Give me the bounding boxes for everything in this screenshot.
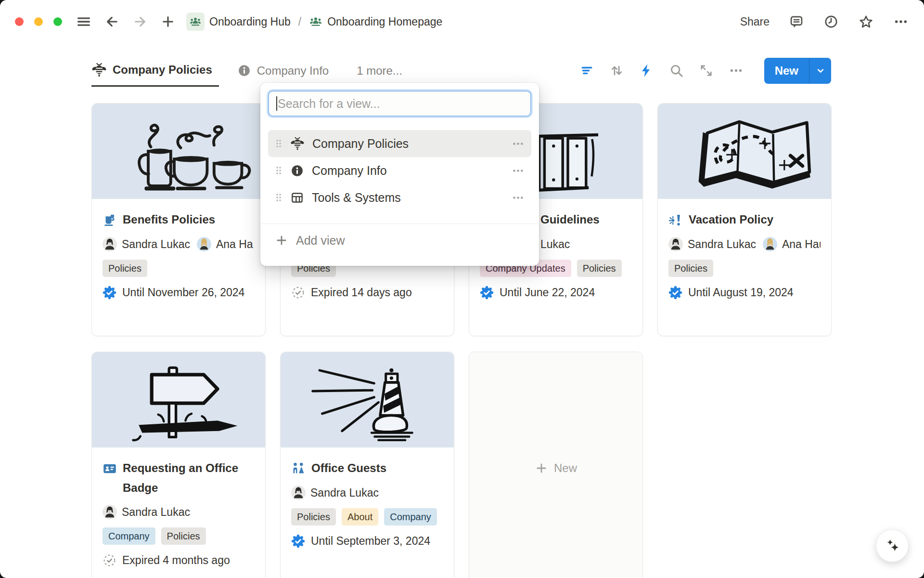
ellipsis-icon [730, 69, 742, 72]
hamburger-icon [78, 18, 90, 25]
back-button[interactable] [103, 13, 121, 30]
sparkle-icon [887, 539, 898, 552]
new-page-card[interactable]: New [469, 352, 643, 578]
ellipsis-icon [895, 20, 907, 23]
automations-button[interactable] [638, 62, 655, 79]
window-topbar: Onboarding Hub / Onboarding Homepage Sha… [0, 0, 924, 43]
tag-company: Company [103, 527, 155, 545]
card-tags-row: Policies [103, 260, 255, 277]
card-status-row: Until September 3, 2024 [291, 532, 443, 550]
bee-icon [290, 138, 304, 150]
person-name: Ana Ha [216, 238, 253, 251]
card-vacation-policy[interactable]: Vacation Policy Sandra Lukac Ana Hau Pol… [657, 103, 832, 336]
add-view-button[interactable]: Add view [268, 227, 531, 254]
breadcrumb-item-onboarding-homepage[interactable]: Onboarding Homepage [307, 14, 444, 29]
comments-button[interactable] [788, 13, 805, 30]
card-cover-folded-map-illustration [658, 104, 831, 199]
new-tab-button[interactable] [159, 13, 177, 30]
avatar-sandra [291, 486, 306, 500]
drag-handle-icon[interactable] [275, 138, 282, 149]
info-icon [292, 165, 303, 176]
person-name: Ana Hau [782, 238, 821, 251]
text-cursor [276, 96, 277, 111]
view-item-company-info[interactable]: Company Info [268, 157, 531, 184]
card-title-row: Requesting an Office Badge [103, 458, 255, 498]
card-cover-lighthouse-illustration [281, 352, 454, 447]
lightning-bolt-icon [642, 64, 650, 77]
card-status-row: Expired 14 days ago [291, 284, 443, 301]
new-page-label: New [554, 461, 577, 475]
sidebar-menu-button[interactable] [75, 13, 93, 31]
tab-label: Company Policies [113, 63, 212, 77]
tab-company-policies[interactable]: Company Policies [91, 54, 219, 87]
new-dropdown-button[interactable] [809, 58, 831, 84]
view-options-button[interactable] [728, 62, 744, 79]
card-tags-row: Company Policies [103, 527, 255, 545]
sort-button[interactable] [608, 62, 625, 79]
view-search-box [268, 91, 531, 117]
close-window-button[interactable] [15, 17, 24, 26]
tag-policies: Policies [161, 527, 206, 545]
avatar-sandra [103, 237, 117, 251]
view-item-label: Company Info [312, 164, 504, 178]
breadcrumb-item-onboarding-hub[interactable]: Onboarding Hub [184, 12, 293, 32]
tag-policies: Policies [103, 260, 147, 277]
tag-about: About [342, 508, 378, 525]
sort-icon [612, 66, 621, 75]
mug-icon [104, 215, 114, 226]
card-cover-signpost-illustration [92, 352, 265, 447]
view-item-label: Tools & Systems [312, 191, 504, 205]
expand-view-button[interactable] [698, 62, 715, 79]
card-title-row: Vacation Policy [668, 210, 821, 230]
back-arrow-icon [108, 17, 117, 26]
card-office-guests[interactable]: Office Guests Sandra Lukac Policies Abou… [280, 352, 454, 578]
view-toolbar: New [578, 54, 831, 87]
avatar-sandra [103, 505, 117, 519]
card-status-row: Expired 4 months ago [103, 552, 255, 569]
zoom-window-button[interactable] [53, 17, 62, 26]
plus-icon [278, 236, 285, 244]
ai-assistant-button[interactable] [876, 529, 909, 562]
search-view-button[interactable] [668, 62, 685, 79]
person-name: Sandra Lukac [122, 238, 190, 251]
card-cover-coffee-mugs-illustration [92, 104, 265, 199]
page-more-button[interactable] [892, 13, 910, 30]
notion-window: Onboarding Hub / Onboarding Homepage Sha… [0, 0, 924, 578]
team-icon [186, 13, 205, 31]
view-item-more-button[interactable] [512, 164, 525, 177]
person-name: Sandra Lukac [688, 238, 756, 251]
card-title: Benefits Policies [123, 210, 215, 229]
tab-company-info[interactable]: Company Info [237, 54, 335, 87]
verified-badge-icon [103, 286, 116, 300]
card-benefits-policies[interactable]: Benefits Policies Sandra Lukac Ana Ha Po… [91, 103, 266, 336]
card-title: Office Guests [311, 458, 386, 478]
minimize-window-button[interactable] [34, 17, 43, 26]
card-body: Benefits Policies Sandra Lukac Ana Ha Po… [92, 199, 265, 301]
breadcrumb: Onboarding Hub / Onboarding Homepage [184, 12, 444, 32]
updates-button[interactable] [822, 13, 840, 30]
verified-badge-icon [668, 286, 682, 300]
filter-button[interactable] [578, 62, 595, 79]
view-item-tools-and-systems[interactable]: Tools & Systems [268, 184, 531, 211]
more-views-button[interactable]: 1 more... [354, 54, 405, 87]
drag-handle-icon[interactable] [275, 192, 282, 203]
card-people-row: Sandra Lukac Ana Hau [668, 235, 821, 254]
card-status-row: Until June 22, 2024 [480, 284, 632, 301]
team-icon [309, 15, 322, 28]
view-item-more-button[interactable] [512, 191, 525, 204]
drag-handle-icon[interactable] [275, 165, 282, 176]
share-button[interactable]: Share [739, 13, 770, 30]
view-search-input[interactable] [269, 97, 530, 111]
forward-button[interactable] [131, 13, 149, 30]
view-item-more-button[interactable] [512, 137, 525, 150]
new-button[interactable]: New [764, 58, 809, 84]
card-body: Office Guests Sandra Lukac Policies Abou… [281, 447, 454, 550]
plus-icon [538, 464, 545, 472]
card-tags-row: Policies [668, 260, 821, 277]
breadcrumb-separator: / [297, 15, 302, 28]
favorite-button[interactable] [857, 13, 875, 31]
views-dropdown-menu: Company Policies Company Info Tools & Sy… [260, 83, 539, 266]
tag-policies: Policies [577, 260, 622, 277]
card-requesting-an-office-badge[interactable]: Requesting an Office Badge Sandra Lukac … [91, 352, 266, 578]
view-item-company-policies[interactable]: Company Policies [268, 130, 531, 157]
